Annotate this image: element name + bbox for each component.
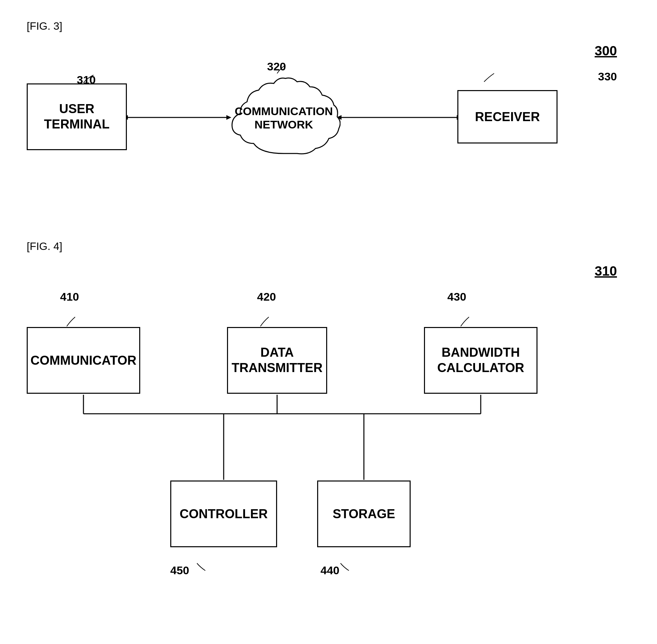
- ref-330: 330: [598, 70, 617, 83]
- ref-410: 410: [60, 290, 79, 303]
- bandwidth-calculator-label: BANDWIDTH CALCULATOR: [437, 345, 524, 375]
- bandwidth-calculator-box: BANDWIDTH CALCULATOR: [424, 327, 538, 394]
- controller-box: CONTROLLER: [170, 481, 277, 547]
- ref-450: 450: [170, 564, 189, 577]
- ref-440: 440: [321, 564, 340, 577]
- data-transmitter-box: DATA TRANSMITTER: [227, 327, 327, 394]
- svg-text:NETWORK: NETWORK: [255, 118, 313, 131]
- controller-label: CONTROLLER: [180, 507, 268, 521]
- user-terminal-label: USER TERMINAL: [44, 101, 110, 132]
- storage-box: STORAGE: [317, 481, 411, 547]
- fig4-label: [FIG. 4]: [27, 240, 62, 253]
- storage-label: STORAGE: [332, 507, 395, 521]
- svg-text:COMMUNICATION: COMMUNICATION: [235, 105, 333, 117]
- communicator-label: COMMUNICATOR: [30, 353, 136, 368]
- fig3-label: [FIG. 3]: [27, 20, 62, 32]
- communicator-box: COMMUNICATOR: [27, 327, 140, 394]
- ref-320: 320: [267, 60, 286, 73]
- communication-network-cloud: COMMUNICATION NETWORK: [227, 73, 341, 163]
- data-transmitter-label: DATA TRANSMITTER: [232, 345, 323, 375]
- fig3-diagram-number: 300: [595, 43, 617, 59]
- user-terminal-box: USER TERMINAL: [27, 84, 127, 150]
- fig4-diagram-number: 310: [595, 263, 617, 279]
- ref-430: 430: [447, 290, 466, 303]
- receiver-box: RECEIVER: [457, 90, 557, 143]
- receiver-label: RECEIVER: [475, 110, 540, 124]
- ref-420: 420: [257, 290, 276, 303]
